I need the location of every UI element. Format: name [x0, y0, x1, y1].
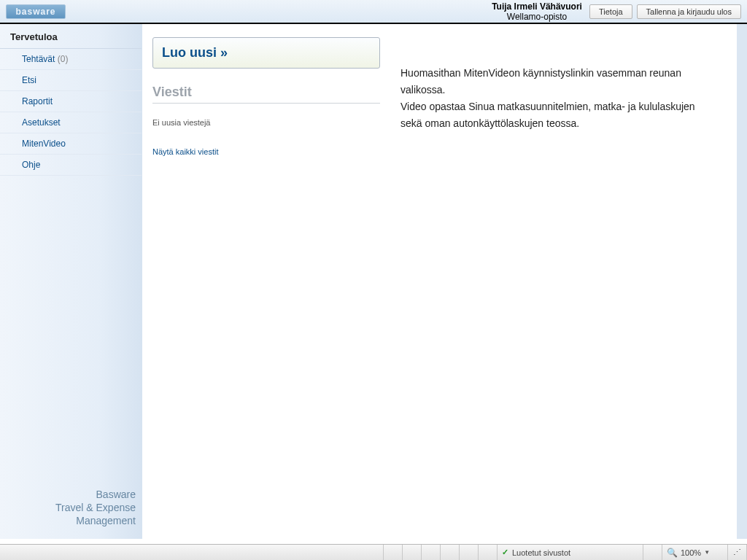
- footer-brand: Basware: [4, 488, 136, 501]
- brand-logo: basware: [6, 4, 66, 19]
- sidebar-nav: Tehtävät (0) Etsi Raportit Asetukset Mit…: [0, 49, 142, 176]
- sidebar-item-count: (0): [58, 54, 69, 64]
- security-zone[interactable]: ✓ Luotetut sivustot: [498, 545, 643, 560]
- sidebar-item-label: MitenVideo: [22, 139, 66, 149]
- magnifier-icon: 🔍: [667, 548, 678, 558]
- status-slot: [422, 545, 441, 560]
- sidebar-item-search[interactable]: Etsi: [0, 70, 142, 91]
- sidebar: Tervetuloa Tehtävät (0) Etsi Raportit As…: [0, 24, 142, 539]
- sidebar-item-label: Asetukset: [22, 117, 61, 128]
- chevron-down-icon: ▼: [704, 549, 710, 556]
- browser-statusbar: ✓ Luotetut sivustot 🔍 100% ▼ ⋰: [0, 544, 747, 560]
- create-new-button[interactable]: Luo uusi »: [152, 37, 380, 69]
- status-slot: [441, 545, 460, 560]
- status-slot: [460, 545, 479, 560]
- check-icon: ✓: [502, 548, 508, 557]
- show-all-messages-link[interactable]: Näytä kaikki viestit: [152, 147, 386, 156]
- status-slot: [643, 545, 662, 560]
- notice-line: sekä oman autonkäyttölaskujen teossa.: [400, 115, 722, 132]
- sidebar-item-help[interactable]: Ohje: [0, 155, 142, 176]
- status-slot: [384, 545, 403, 560]
- messages-heading: Viestit: [152, 85, 380, 104]
- resize-grip[interactable]: ⋰: [728, 545, 747, 560]
- sidebar-heading: Tervetuloa: [0, 24, 142, 49]
- sidebar-item-label: Etsi: [22, 75, 36, 85]
- sidebar-item-reports[interactable]: Raportit: [0, 91, 142, 112]
- notice-text: Huomasithan MitenVideon käynnistyslinkin…: [400, 65, 722, 132]
- sidebar-item-label: Raportit: [22, 96, 53, 106]
- no-messages-text: Ei uusia viestejä: [152, 118, 386, 127]
- user-info: Tuija Irmeli Vähävuori Wellamo-opisto: [492, 1, 589, 22]
- status-spacer: [0, 545, 384, 560]
- zoom-value: 100%: [681, 548, 701, 557]
- footer-product: Travel & Expense Management: [4, 501, 136, 527]
- right-gutter: [737, 24, 747, 539]
- sidebar-footer: Basware Travel & Expense Management: [0, 481, 142, 539]
- sidebar-item-label: Tehtävät: [22, 54, 55, 64]
- info-button[interactable]: Tietoja: [589, 4, 632, 19]
- status-slot: [479, 545, 498, 560]
- zoom-control[interactable]: 🔍 100% ▼: [662, 545, 728, 560]
- sidebar-item-howto-video[interactable]: MitenVideo: [0, 133, 142, 155]
- notice-line: Video opastaa Sinua matkasuunnitelmien, …: [400, 98, 722, 115]
- save-and-logout-button[interactable]: Tallenna ja kirjaudu ulos: [637, 4, 741, 19]
- notice-line: Huomasithan MitenVideon käynnistyslinkin…: [400, 65, 722, 98]
- status-slot: [403, 545, 422, 560]
- user-organization: Wellamo-opisto: [492, 12, 582, 22]
- main-content: Luo uusi » Viestit Ei uusia viestejä Näy…: [142, 24, 737, 539]
- topbar: basware Tuija Irmeli Vähävuori Wellamo-o…: [0, 0, 747, 24]
- user-name: Tuija Irmeli Vähävuori: [492, 1, 582, 12]
- sidebar-item-tasks[interactable]: Tehtävät (0): [0, 49, 142, 70]
- sidebar-item-settings[interactable]: Asetukset: [0, 112, 142, 133]
- sidebar-item-label: Ohje: [22, 160, 40, 170]
- security-zone-label: Luotetut sivustot: [512, 548, 570, 557]
